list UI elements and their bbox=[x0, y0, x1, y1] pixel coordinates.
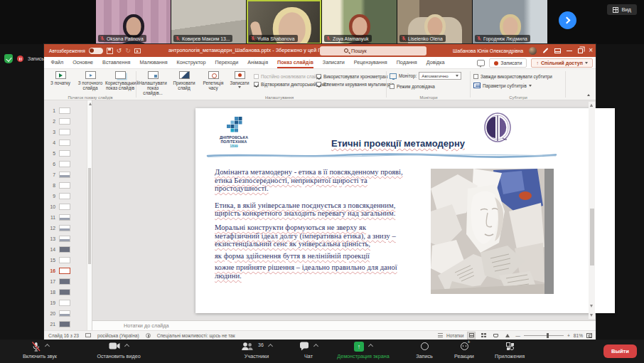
monitor-dropdown[interactable]: Автоматично bbox=[419, 72, 461, 80]
participant-tile[interactable]: Zoya Atamanyuk bbox=[322, 0, 397, 44]
rehearse-button[interactable]: Репетиція часу bbox=[200, 70, 227, 90]
slide-thumbnail-row[interactable]: 10 bbox=[44, 201, 92, 212]
pen-icon[interactable] bbox=[543, 48, 549, 53]
user-avatar[interactable] bbox=[529, 47, 537, 55]
slide-thumbnail[interactable] bbox=[59, 225, 70, 232]
slide-thumbnail[interactable] bbox=[59, 172, 70, 179]
participant-tile[interactable]: Городнюк Людмила bbox=[473, 0, 547, 44]
participant-tile[interactable]: Oksana Patinova bbox=[96, 0, 171, 44]
slide-thumbnail-row[interactable]: 12 bbox=[44, 223, 92, 233]
ribbon-tab[interactable]: Малювання bbox=[135, 57, 172, 68]
scroll-up-icon[interactable] bbox=[89, 102, 92, 105]
notes-toggle[interactable]: Нотатки bbox=[446, 333, 463, 338]
slide-thumbnail[interactable] bbox=[59, 140, 70, 147]
slide-thumbnail-row[interactable]: 18 bbox=[44, 287, 92, 298]
ribbon-options-icon[interactable] bbox=[554, 48, 561, 53]
share-button[interactable]: ↑Спільний доступ bbox=[531, 58, 593, 68]
ribbon-checkbox[interactable]: Використовувати хронометраж bbox=[316, 73, 394, 80]
record-button[interactable]: Записати bbox=[489, 58, 527, 68]
ribbon-tab[interactable]: Записати bbox=[318, 57, 349, 68]
zoom-out-button[interactable]: — bbox=[515, 333, 520, 338]
scroll-down-icon[interactable] bbox=[590, 314, 593, 317]
slide-thumbnail-row[interactable]: 16 bbox=[44, 265, 92, 276]
participant-tile[interactable]: Ковирєв Максим 13... bbox=[171, 0, 246, 44]
autosave-toggle[interactable] bbox=[89, 48, 103, 54]
slide-thumbnail[interactable] bbox=[59, 268, 70, 275]
ribbon-tab[interactable]: Показ слайдів bbox=[273, 57, 318, 68]
record-button[interactable]: Запись bbox=[407, 342, 442, 359]
accessibility-status[interactable]: Спеціальні можливості: щось не так bbox=[157, 333, 235, 338]
fit-to-window-icon[interactable] bbox=[586, 333, 592, 338]
slide-thumbnail[interactable] bbox=[59, 150, 70, 157]
canvas-scrollbar[interactable] bbox=[589, 102, 595, 319]
redo-icon[interactable]: ↻ bbox=[125, 48, 131, 54]
zoom-slider[interactable] bbox=[524, 335, 564, 336]
reading-view-button[interactable] bbox=[491, 332, 500, 340]
slide-thumbnail-row[interactable]: 6 bbox=[44, 159, 92, 169]
share-screen-button[interactable]: ↑ Демонстрация экрана bbox=[321, 342, 405, 359]
hide-slide-button[interactable]: Приховати слайд bbox=[170, 70, 198, 90]
previous-slide-icon[interactable] bbox=[590, 104, 593, 107]
ribbon-tab[interactable]: Основне bbox=[68, 57, 98, 68]
slide-thumbnail-row[interactable]: 17 bbox=[44, 276, 92, 287]
zoom-slider-handle[interactable] bbox=[547, 333, 549, 338]
ribbon-tab[interactable]: Рецензування bbox=[349, 57, 392, 68]
slide-thumbnail-row[interactable]: 8 bbox=[44, 180, 92, 191]
slide-thumbnail[interactable] bbox=[59, 310, 70, 317]
slide-thumbnail-row[interactable]: 3 bbox=[44, 127, 92, 137]
next-slide-icon[interactable] bbox=[590, 305, 593, 307]
slide-thumbnail-row[interactable]: 4 bbox=[44, 137, 92, 148]
next-participants-button[interactable] bbox=[559, 11, 576, 29]
record-slideshow-button[interactable]: Записати bbox=[228, 70, 251, 88]
slideshow-view-button[interactable] bbox=[503, 332, 512, 340]
participants-button[interactable]: 36 Участники bbox=[226, 342, 287, 359]
slide-thumbnail[interactable] bbox=[59, 129, 70, 136]
slide-thumbnail[interactable] bbox=[59, 204, 70, 211]
from-beginning-button[interactable]: З початку bbox=[46, 70, 75, 85]
slide-thumbnail[interactable] bbox=[59, 278, 70, 285]
ribbon-tab[interactable]: Подання bbox=[392, 57, 422, 68]
ribbon-checkbox[interactable]: Елементи керування мультимедіа bbox=[316, 80, 394, 88]
slide-thumbnail[interactable] bbox=[59, 246, 70, 253]
subtitle-options-button[interactable]: Параметри субтитрів bbox=[473, 83, 532, 88]
ribbon-tab[interactable]: Конструктор bbox=[172, 57, 210, 68]
ribbon-tab[interactable]: Переходи bbox=[210, 57, 243, 68]
slide-thumbnail[interactable] bbox=[59, 107, 70, 115]
chevron-up-icon[interactable] bbox=[268, 344, 273, 349]
display-settings-icon[interactable] bbox=[85, 333, 91, 337]
setup-show-button[interactable]: Налаштувати показ слайдів... bbox=[137, 70, 168, 96]
mute-button[interactable]: Включить звук bbox=[4, 342, 75, 359]
slide-thumbnail[interactable] bbox=[59, 193, 70, 200]
apps-button[interactable]: Приложения bbox=[486, 342, 533, 359]
ribbon-tab[interactable]: Вставлення bbox=[98, 57, 135, 68]
slide-thumbnail[interactable] bbox=[59, 236, 70, 243]
chevron-up-icon[interactable] bbox=[44, 344, 49, 349]
zoom-level[interactable]: 81% bbox=[574, 333, 583, 338]
slide-thumbnail-row[interactable]: 14 bbox=[44, 244, 92, 255]
leave-button[interactable]: Выйти bbox=[603, 344, 637, 358]
slide-thumbnail-row[interactable]: 9 bbox=[44, 191, 92, 201]
custom-show-button[interactable]: Користувацький показ слайдів bbox=[105, 70, 135, 90]
slide-thumbnail[interactable] bbox=[59, 257, 70, 264]
slide-thumbnail[interactable] bbox=[59, 321, 70, 328]
language-status[interactable]: російська (Україна) bbox=[97, 333, 139, 338]
slide-thumbnail[interactable] bbox=[59, 214, 70, 221]
normal-view-button[interactable] bbox=[467, 332, 476, 340]
slide[interactable]: ДНІПРОВСЬКА ПОЛІТЕХНІКА 1899 Етичні прое… bbox=[195, 108, 615, 313]
slide-thumbnail[interactable] bbox=[59, 161, 70, 168]
search-box[interactable]: Пошук bbox=[320, 46, 426, 56]
reactions-button[interactable]: Реакции bbox=[445, 342, 483, 359]
slide-thumbnail-row[interactable]: 2 bbox=[44, 116, 92, 127]
slide-thumbnail-row[interactable]: 1 bbox=[44, 105, 92, 116]
chevron-up-icon[interactable] bbox=[368, 344, 373, 349]
close-button[interactable]: × bbox=[589, 47, 593, 54]
slideshow-icon[interactable] bbox=[134, 48, 141, 53]
save-icon[interactable] bbox=[107, 48, 113, 54]
ribbon-tab[interactable]: Файл bbox=[46, 57, 68, 68]
slide-thumbnail[interactable] bbox=[59, 289, 70, 296]
minimize-button[interactable] bbox=[567, 51, 572, 51]
ribbon-tab[interactable]: Довідка bbox=[422, 57, 449, 68]
chevron-up-icon[interactable] bbox=[313, 344, 318, 349]
comments-icon[interactable] bbox=[477, 60, 485, 66]
slide-thumbnail[interactable] bbox=[59, 182, 70, 189]
